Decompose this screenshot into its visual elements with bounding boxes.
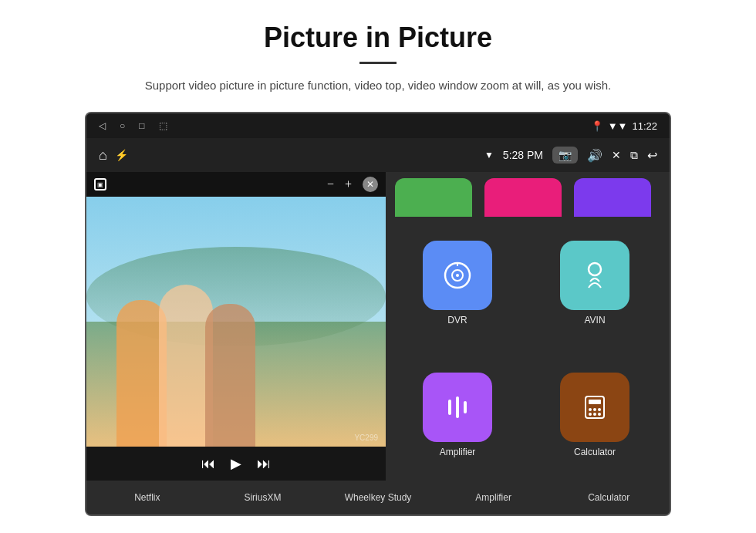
app-label-amplifier: Amplifier — [440, 447, 476, 457]
status-time: 11:22 — [632, 120, 657, 132]
svg-point-14 — [593, 413, 596, 416]
pip-minus-button[interactable]: − — [327, 177, 334, 191]
pip-record-icon: ▣ — [94, 178, 106, 191]
bottom-label-siriusxm: SiriusXM — [212, 492, 312, 503]
svg-point-10 — [589, 408, 592, 411]
svg-rect-6 — [456, 396, 459, 418]
avin-svg — [578, 258, 612, 292]
window-icon[interactable]: ⧉ — [630, 149, 638, 162]
device-content: ▣ − + ✕ — [86, 172, 670, 481]
app-row-dvr-avin: DVR AVIN — [383, 217, 670, 349]
bottom-label-wheelkey: Wheelkey Study — [328, 492, 428, 503]
usb-icon: ⚡ — [115, 149, 128, 161]
status-bar-left: ◁ ○ □ ⬚ — [99, 120, 167, 131]
dvr-svg — [440, 258, 474, 292]
app-label-calculator: Calculator — [574, 447, 616, 457]
status-bar: ◁ ○ □ ⬚ 📍 ▼▼ 11:22 — [86, 113, 670, 138]
svg-point-12 — [598, 408, 601, 411]
pip-close-button[interactable]: ✕ — [363, 177, 378, 192]
app-label-avin: AVIN — [584, 315, 605, 326]
app-partial-siriusxm — [484, 178, 562, 217]
toolbar-left: ⌂ ⚡ — [99, 147, 128, 164]
app-icon-calculator — [560, 373, 629, 442]
svg-rect-7 — [464, 401, 467, 413]
pip-controls: − + ✕ — [327, 177, 378, 192]
app-row-top — [383, 172, 670, 217]
app-item-dvr[interactable]: DVR — [415, 241, 500, 326]
pip-top-bar: ▣ − + ✕ — [86, 172, 386, 197]
home-nav-icon[interactable]: ○ — [120, 120, 125, 131]
toolbar: ⌂ ⚡ ▼ 5:28 PM 📷 🔊 ✕ ⧉ ↩ — [86, 138, 670, 172]
pip-next-button[interactable]: ⏭ — [257, 456, 271, 472]
svg-point-4 — [589, 263, 601, 275]
bottom-label-amplifier: Amplifier — [444, 492, 544, 503]
pip-prev-button[interactable]: ⏮ — [201, 456, 215, 472]
pip-video: YC299 — [86, 197, 386, 447]
page-title: Picture in Picture — [31, 22, 725, 54]
toolbar-back-icon[interactable]: ↩ — [647, 148, 657, 163]
recent-nav-icon[interactable]: □ — [139, 120, 144, 131]
cast-nav-icon: ⬚ — [159, 120, 167, 131]
calculator-svg — [578, 390, 612, 424]
svg-rect-5 — [448, 400, 451, 415]
app-label-dvr: DVR — [447, 315, 467, 326]
svg-point-11 — [593, 408, 596, 411]
toolbar-right: ▼ 5:28 PM 📷 🔊 ✕ ⧉ ↩ — [484, 147, 657, 164]
app-item-amplifier[interactable]: Amplifier — [415, 373, 500, 457]
app-partial-netflix — [395, 178, 472, 217]
volume-icon[interactable]: 🔊 — [587, 148, 602, 163]
wifi-icon: ▼ — [484, 150, 494, 160]
back-nav-icon[interactable]: ◁ — [99, 120, 106, 131]
toolbar-time: 5:28 PM — [503, 149, 543, 161]
app-icon-dvr — [423, 241, 492, 310]
camera-button[interactable]: 📷 — [552, 147, 578, 164]
svg-point-13 — [589, 413, 592, 416]
app-icon-avin — [560, 241, 629, 310]
app-grid-area: DVR AVIN — [383, 172, 670, 481]
pip-play-button[interactable]: ▶ — [231, 455, 241, 472]
close-icon[interactable]: ✕ — [612, 149, 621, 161]
location-icon: 📍 — [591, 120, 603, 132]
bottom-labels-bar: Netflix SiriusXM Wheelkey Study Amplifie… — [86, 481, 670, 514]
amplifier-svg — [440, 390, 474, 424]
svg-point-2 — [456, 274, 459, 277]
device-frame: ◁ ○ □ ⬚ 📍 ▼▼ 11:22 ⌂ ⚡ ▼ 5:28 PM 📷 🔊 — [85, 112, 671, 516]
app-partial-wheelkey — [574, 178, 651, 217]
signal-icon: ▼▼ — [608, 120, 628, 132]
app-icon-amplifier — [423, 373, 492, 442]
bottom-label-netflix: Netflix — [97, 492, 197, 503]
page-wrapper: Picture in Picture Support video picture… — [0, 0, 756, 516]
bottom-label-calculator: Calculator — [559, 492, 659, 503]
app-item-calculator[interactable]: Calculator — [552, 373, 637, 457]
app-item-avin[interactable]: AVIN — [552, 241, 637, 326]
status-bar-right: 📍 ▼▼ 11:22 — [591, 120, 657, 132]
app-row-amp-calc: Amplifier — [383, 349, 670, 481]
page-subtitle: Support video picture in picture functio… — [31, 76, 725, 95]
pip-plus-button[interactable]: + — [345, 177, 352, 191]
svg-point-15 — [598, 413, 601, 416]
home-icon[interactable]: ⌂ — [99, 147, 107, 164]
pip-bottom-bar: ⏮ ▶ ⏭ — [86, 447, 386, 481]
pip-container: ▣ − + ✕ — [86, 172, 386, 481]
svg-rect-9 — [589, 400, 601, 404]
title-divider — [359, 62, 397, 64]
